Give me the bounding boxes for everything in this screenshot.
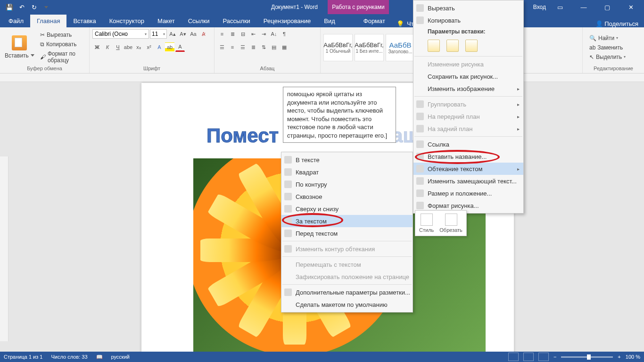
- tab-home[interactable]: Главная: [30, 15, 66, 27]
- status-language[interactable]: русский: [111, 354, 130, 360]
- layout-icon: [284, 288, 292, 296]
- view-print-icon[interactable]: [523, 353, 534, 361]
- undo-icon[interactable]: ↶: [16, 1, 27, 13]
- status-words[interactable]: Число слов: 33: [51, 354, 87, 360]
- save-icon[interactable]: 💾: [4, 1, 15, 13]
- ribbon-options-icon[interactable]: ▭: [551, 0, 570, 14]
- maximize-icon[interactable]: ▢: [598, 0, 617, 14]
- tab-references[interactable]: Ссылки: [182, 15, 216, 27]
- shrink-font-icon[interactable]: A▾: [178, 29, 188, 39]
- minimize-icon[interactable]: —: [574, 0, 593, 14]
- align-right-icon[interactable]: ☰: [238, 42, 248, 52]
- numbering-icon[interactable]: ≣: [228, 29, 237, 39]
- wrap-behind[interactable]: За текстом: [281, 215, 413, 227]
- crop-float-button[interactable]: Обрезать: [439, 214, 462, 233]
- change-case-icon[interactable]: Aa: [189, 29, 198, 39]
- text-effects-icon[interactable]: A: [155, 42, 164, 52]
- replace-button[interactable]: abЗаменить: [587, 43, 627, 52]
- justify-icon[interactable]: ≣: [248, 42, 258, 52]
- bold-icon[interactable]: Ж: [92, 42, 102, 52]
- decrease-indent-icon[interactable]: ⇤: [248, 29, 258, 39]
- status-proofing-icon[interactable]: 📖: [96, 354, 103, 360]
- paste-icon[interactable]: [12, 35, 27, 50]
- show-marks-icon[interactable]: ¶: [280, 29, 289, 39]
- paste-opt-1[interactable]: [428, 40, 440, 52]
- ctx-change-image[interactable]: Изменить изображение▸: [413, 82, 523, 95]
- tab-view[interactable]: Вид: [317, 15, 342, 27]
- clear-format-icon[interactable]: A̷: [199, 29, 208, 39]
- style-float-button[interactable]: Стиль: [419, 214, 434, 233]
- bullets-icon[interactable]: ≡: [217, 29, 227, 39]
- ctx-size-position[interactable]: Размер и положение...: [413, 187, 523, 199]
- italic-icon[interactable]: К: [103, 42, 112, 52]
- ctx-alt-text[interactable]: Изменить замещающий текст...: [413, 175, 523, 187]
- style-normal[interactable]: АаБбВвГг,1 Обычный: [323, 34, 353, 61]
- wrap-tight[interactable]: По контуру: [281, 178, 413, 190]
- ctx-insert-caption[interactable]: Вставить название...: [413, 150, 523, 163]
- borders-icon[interactable]: ▦: [280, 42, 289, 52]
- view-read-icon[interactable]: [508, 353, 519, 361]
- line-spacing-icon[interactable]: ⇅: [259, 42, 268, 52]
- ribbon: Вставить ✂Вырезать ⧉Копировать 🖌Формат п…: [0, 27, 644, 74]
- paste-opt-2[interactable]: [446, 40, 459, 52]
- close-icon[interactable]: ✕: [621, 0, 640, 14]
- copy-icon: ⧉: [40, 41, 44, 48]
- ctx-wrap-text[interactable]: Обтекание текстом▸: [413, 163, 523, 175]
- ctx-copy[interactable]: Копировать: [413, 14, 523, 26]
- wrap-set-default[interactable]: Сделать макетом по умолчанию: [281, 298, 413, 311]
- shading-icon[interactable]: ▤: [269, 42, 279, 52]
- sort-icon[interactable]: A↓: [269, 29, 279, 39]
- tab-insert[interactable]: Вставка: [66, 15, 102, 27]
- wrap-topbottom[interactable]: Сверху и снизу: [281, 203, 413, 215]
- find-button[interactable]: 🔍Найти ▾: [587, 34, 627, 42]
- tab-file[interactable]: Файл: [2, 15, 30, 27]
- underline-icon[interactable]: Ч: [113, 42, 123, 52]
- paste-button[interactable]: Вставить: [3, 51, 36, 60]
- ctx-cut[interactable]: Вырезать: [413, 2, 523, 14]
- view-web-icon[interactable]: [538, 353, 549, 361]
- redo-icon[interactable]: ↻: [28, 1, 40, 13]
- login-link[interactable]: Вход: [533, 4, 546, 10]
- style-h1[interactable]: АаБбВЗаголово...: [386, 34, 415, 61]
- ctx-link[interactable]: Ссылка: [413, 138, 523, 150]
- align-left-icon[interactable]: ☰: [217, 42, 227, 52]
- align-center-icon[interactable]: ≡: [228, 42, 237, 52]
- wrap-through[interactable]: Сквозное: [281, 190, 413, 203]
- style-nospace[interactable]: АаБбВвГг,1 Без инте...: [355, 34, 384, 61]
- format-painter-button[interactable]: 🖌Формат по образцу: [38, 49, 86, 65]
- ctx-save-as-picture[interactable]: Сохранить как рисунок...: [413, 70, 523, 82]
- multilevel-icon[interactable]: ⊟: [238, 29, 248, 39]
- highlight-icon[interactable]: ab: [165, 42, 174, 52]
- wrap-more-layout[interactable]: Дополнительные параметры разметки...: [281, 286, 413, 298]
- wrap-infront[interactable]: Перед текстом: [281, 227, 413, 239]
- paste-opt-3[interactable]: [465, 40, 478, 52]
- tab-design[interactable]: Конструктор: [103, 15, 151, 27]
- increase-indent-icon[interactable]: ⇥: [259, 29, 268, 39]
- superscript-icon[interactable]: x²: [144, 42, 154, 52]
- qat-customize-icon[interactable]: [41, 1, 52, 13]
- zoom-in-icon[interactable]: +: [618, 354, 620, 360]
- status-page[interactable]: Страница 1 из 1: [4, 354, 42, 360]
- wrap-inline[interactable]: В тексте: [281, 154, 413, 166]
- zoom-out-icon[interactable]: −: [553, 354, 556, 360]
- font-name-select[interactable]: Calibri (Осно▾: [92, 29, 149, 39]
- copy-button[interactable]: ⧉Копировать: [38, 40, 86, 49]
- tab-layout[interactable]: Макет: [151, 15, 182, 27]
- vertical-ruler[interactable]: [0, 156, 8, 341]
- tab-mailings[interactable]: Рассылки: [216, 15, 256, 27]
- subscript-icon[interactable]: x₂: [134, 42, 143, 52]
- wrap-square[interactable]: Квадрат: [281, 166, 413, 178]
- horizontal-ruler[interactable]: [0, 74, 644, 82]
- font-color-icon[interactable]: A: [175, 42, 185, 52]
- font-size-select[interactable]: 11▾: [150, 29, 167, 39]
- tab-format[interactable]: Формат: [357, 15, 392, 27]
- cut-button[interactable]: ✂Вырезать: [38, 31, 86, 39]
- callout-textbox[interactable]: помощью яркой цитаты из документа или ис…: [283, 87, 396, 143]
- share-button[interactable]: 👤 Поделиться: [595, 20, 638, 27]
- strike-icon[interactable]: abe: [124, 42, 133, 52]
- select-button[interactable]: ↖Выделить ▾: [587, 53, 627, 61]
- zoom-level[interactable]: 100 %: [626, 354, 640, 360]
- zoom-slider[interactable]: [561, 356, 613, 358]
- grow-font-icon[interactable]: A▴: [168, 29, 177, 39]
- tab-review[interactable]: Рецензирование: [257, 15, 317, 27]
